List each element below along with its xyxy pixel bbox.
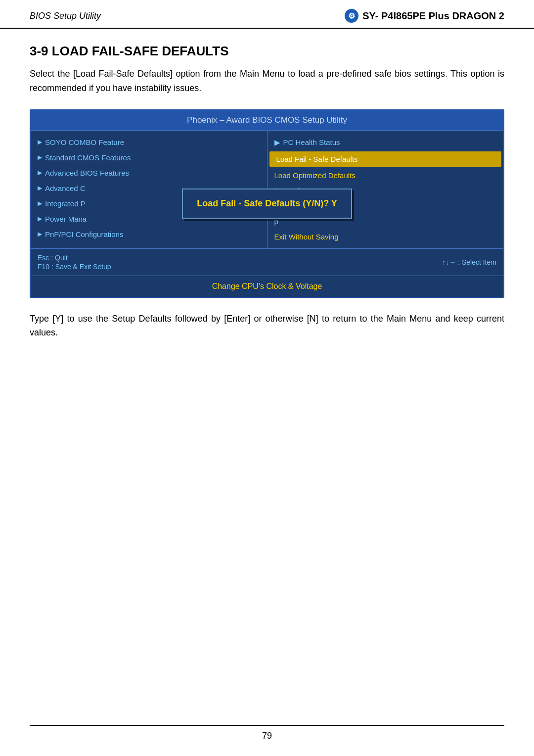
soyo-logo-icon: [345, 9, 358, 23]
bios-right-load-fail-safe[interactable]: Load Fail - Safe Defaults: [269, 151, 502, 167]
bios-menu-soyo-combo[interactable]: ▶ SOYO COMBO Feature: [31, 135, 267, 150]
page-number: 79: [262, 731, 272, 741]
arrow-icon: ▶: [38, 215, 42, 222]
menu-item-label: Standard CMOS Features: [45, 153, 131, 162]
bios-right-column: ▶ PC Health Status Load Fail - Safe Defa…: [267, 131, 504, 248]
bios-menu-power-mana[interactable]: ▶ Power Mana: [31, 211, 267, 227]
menu-item-label: PnP/PCI Configurations: [45, 230, 123, 238]
arrow-keys-label: ↑↓→ : Select Item: [442, 258, 496, 266]
right-item-label: PC Health Status: [283, 138, 340, 146]
bios-right-partial-p[interactable]: p: [267, 214, 504, 229]
bios-menu-standard-cmos[interactable]: ▶ Standard CMOS Features: [31, 150, 267, 165]
menu-item-label: Advanced C: [45, 184, 86, 192]
bios-left-column: ▶ SOYO COMBO Feature ▶ Standard CMOS Fea…: [31, 131, 267, 248]
arrow-icon: ▶: [274, 138, 280, 147]
menu-item-label: SOYO COMBO Feature: [45, 138, 124, 146]
bios-right-partial-d[interactable]: d: [267, 198, 504, 214]
bios-menu-pnp-pci[interactable]: ▶ PnP/PCI Configurations: [31, 227, 267, 242]
menu-item-label: Integrated P: [45, 199, 86, 208]
bios-right-load-optimized[interactable]: Load Optimized Defaults: [267, 168, 504, 183]
menu-item-label: Power Mana: [45, 215, 87, 223]
arrow-icon: ▶: [38, 169, 42, 176]
bios-right-password-partial[interactable]: issword: [267, 183, 504, 198]
section-title: 3-9 LOAD FAIL-SAFE DEFAULTS: [30, 44, 504, 59]
right-item-label: Load Fail - Safe Defaults: [276, 155, 358, 163]
bios-menu-integrated[interactable]: ▶ Integrated P: [31, 196, 267, 211]
outro-paragraph: Type [Y] to use the Setup Defaults follo…: [30, 312, 504, 340]
arrow-icon: ▶: [38, 185, 42, 191]
arrow-icon: ▶: [38, 200, 42, 207]
menu-item-label: Advanced BIOS Features: [45, 169, 129, 177]
bios-main-area: ▶ SOYO COMBO Feature ▶ Standard CMOS Fea…: [31, 131, 503, 249]
right-item-label: Load Optimized Defaults: [274, 171, 356, 180]
header-title-right: SY- P4I865PE Plus DRAGON 2: [345, 9, 504, 23]
right-item-label: issword: [274, 187, 300, 195]
bios-menu-advanced-bios[interactable]: ▶ Advanced BIOS Features: [31, 165, 267, 181]
bios-bottom-bar: Change CPU's Clock & Voltage: [31, 276, 503, 297]
arrow-icon: ▶: [38, 231, 42, 237]
header-title-left: BIOS Setup Utility: [30, 11, 101, 21]
page-header: BIOS Setup Utility SY- P4I865PE Plus DRA…: [0, 0, 534, 29]
page-footer: 79: [30, 725, 504, 741]
header-product-name: SY- P4I865PE Plus DRAGON 2: [362, 10, 504, 22]
arrow-icon: ▶: [38, 139, 42, 145]
bios-right-pc-health[interactable]: ▶ PC Health Status: [267, 135, 504, 150]
right-item-label: p: [274, 217, 278, 226]
bios-menu-advanced-c[interactable]: ▶ Advanced C: [31, 181, 267, 196]
bios-esc-quit: Esc : Quit: [38, 254, 111, 262]
bios-title-bar: Phoenix – Award BIOS CMOS Setup Utility: [31, 110, 503, 131]
right-item-label: Exit Without Saving: [274, 233, 339, 241]
bios-right-exit-without-saving[interactable]: Exit Without Saving: [267, 229, 504, 244]
bios-nav-arrows: ↑↓→ : Select Item: [442, 258, 496, 266]
bios-footer: Esc : Quit F10 : Save & Exit Setup ↑↓→ :…: [31, 249, 503, 276]
arrow-icon: ▶: [38, 154, 42, 161]
bios-f10-save: F10 : Save & Exit Setup: [38, 263, 111, 271]
bios-footer-left: Esc : Quit F10 : Save & Exit Setup: [38, 254, 111, 271]
bios-screenshot-box: Phoenix – Award BIOS CMOS Setup Utility …: [30, 109, 504, 298]
intro-paragraph: Select the [Load Fail-Safe Defaults] opt…: [30, 67, 504, 95]
main-content: 3-9 LOAD FAIL-SAFE DEFAULTS Select the […: [0, 29, 534, 370]
right-item-label: d: [274, 202, 278, 210]
